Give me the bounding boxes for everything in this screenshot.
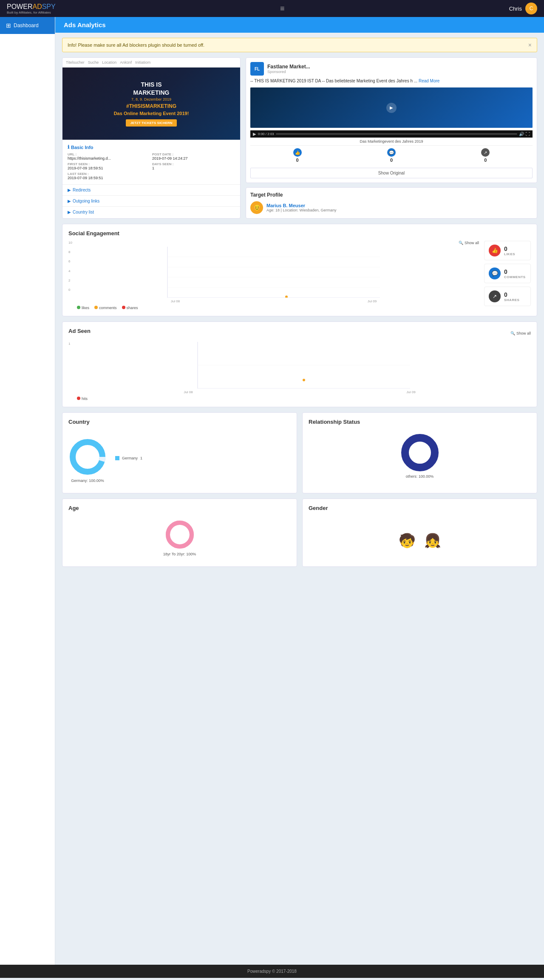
- fb-description: -- THIS IS MARKETING 2019 IST DA -- Das …: [250, 78, 533, 84]
- layout: ⊞ Dashboard Ads Analytics Info! Please m…: [0, 17, 544, 965]
- comments-stat-info: 0 COMMENTS: [504, 268, 526, 279]
- outgoing-links-row[interactable]: ▶ Outgoing links: [62, 195, 240, 206]
- svg-point-15: [168, 523, 192, 546]
- arrow-icon: ▶: [68, 210, 71, 214]
- likes-stat-card: 👍 0 LIKES: [484, 241, 531, 260]
- show-original-button[interactable]: Show Original: [250, 168, 533, 178]
- fullscreen-icon[interactable]: ⛶: [526, 132, 530, 136]
- age-label: 18yr To 20yr: 100%: [163, 552, 196, 556]
- shares-count: 0: [484, 158, 487, 163]
- tab-suche[interactable]: Suche: [88, 60, 99, 65]
- ad-seen-chart-wrapper: 1: [68, 342, 531, 389]
- chart-body: [68, 247, 479, 298]
- country-donut-svg: [68, 438, 107, 476]
- legend-shares: shares: [122, 306, 138, 310]
- fb-header: FL Fastlane Market... Sponsored: [250, 62, 533, 76]
- ad-image-bg: THIS IS MARKETING 7, 8, 9. Dezember 2019…: [62, 68, 240, 140]
- content: Titelsucher Suche Location Ankünf Initia…: [55, 57, 544, 579]
- show-all-icon: 🔍: [459, 241, 463, 245]
- comments-stat-label: COMMENTS: [504, 275, 526, 279]
- ad-cta-button[interactable]: JETZT TICKETS SICHERN: [126, 119, 176, 127]
- header: POWERADSPY Built by Affiliates, for Affi…: [0, 0, 544, 17]
- last-seen-field: LAST SEEN : 2019-07-09 18:59:51: [68, 172, 150, 180]
- relationship-donut-svg: [401, 434, 439, 472]
- ad-seen-show-all[interactable]: 🔍 Show all: [510, 331, 531, 335]
- ad-seen-svg: [77, 342, 531, 389]
- video-progress-bar[interactable]: [276, 133, 517, 135]
- age-title: Age: [68, 505, 291, 511]
- sidebar-item-label: Dashboard: [14, 23, 39, 28]
- gender-card: Gender 🧒 👧: [302, 498, 537, 567]
- target-name: Marius B. Meuser: [266, 203, 336, 208]
- tab-titelsucher[interactable]: Titelsucher: [66, 60, 85, 65]
- ad-seen-title: Ad Seen: [68, 328, 91, 334]
- ad-seen-y-labels: 1: [68, 342, 77, 389]
- country-donut-label: Germany: 100.00%: [71, 479, 104, 483]
- show-all-button[interactable]: 🔍 Show all: [459, 241, 479, 245]
- logo-ad: AD: [32, 3, 42, 10]
- url-field: URL : https://thisismarketing.d...: [68, 152, 150, 161]
- relationship-donut-label: others: 100.00%: [406, 474, 434, 479]
- engagement-stats: 👍 0 LIKES 💬 0 COMMENTS: [484, 241, 531, 310]
- info-grid: URL : https://thisismarketing.d... POST …: [68, 152, 235, 180]
- alert-close-button[interactable]: ×: [528, 42, 532, 48]
- age-card: Age 18yr To 20yr: 100%: [62, 498, 297, 567]
- top-panel: Titelsucher Suche Location Ankünf Initia…: [62, 57, 537, 219]
- gender-avatar-male: 🧒: [399, 532, 416, 549]
- redirects-row[interactable]: ▶ Redirects: [62, 184, 240, 195]
- ad-seen-legend: hits: [77, 397, 531, 401]
- video-time: 0:00 / 2:03: [258, 132, 274, 136]
- play-icon[interactable]: ▶: [253, 132, 256, 136]
- svg-point-13: [405, 438, 435, 467]
- dashboard-icon: ⊞: [6, 22, 11, 29]
- ad-date: 7, 8, 9. Dezember 2019: [131, 97, 171, 101]
- ad-seen-header: Ad Seen 🔍 Show all: [68, 328, 531, 338]
- like-icon: 👍: [293, 148, 302, 157]
- shares-stat-count: 0: [504, 291, 519, 298]
- right-panel: FL Fastlane Market... Sponsored -- THIS …: [246, 57, 537, 219]
- tab-ankunf[interactable]: Ankünf: [120, 60, 132, 65]
- target-details: Age: 18 | Location: Wiesbaden, Germany: [266, 208, 336, 212]
- country-list-row[interactable]: ▶ Country list: [62, 206, 240, 217]
- country-relationship-row: Country Germany: 100.00%: [62, 412, 537, 493]
- shares-reaction: ↗ 0: [481, 148, 490, 163]
- read-more-link[interactable]: Read More: [419, 79, 439, 83]
- age-gender-row: Age 18yr To 20yr: 100% Gender 🧒 👧: [62, 498, 537, 567]
- tab-initiatiom[interactable]: Initiatiom: [135, 60, 150, 65]
- likes-stat-info: 0 LIKES: [504, 245, 515, 256]
- country-card: Country Germany: 100.00%: [62, 412, 297, 493]
- sidebar: ⊞ Dashboard: [0, 17, 55, 965]
- fb-avatar: FL: [250, 62, 264, 76]
- target-user: 😊 Marius B. Meuser Age: 18 | Location: W…: [250, 201, 533, 214]
- fb-sponsored: Sponsored: [267, 70, 310, 74]
- volume-icon[interactable]: 🔊: [519, 132, 524, 136]
- arrow-icon: ▶: [68, 188, 71, 192]
- play-button[interactable]: ▶: [386, 103, 397, 113]
- info-icon: ℹ: [68, 144, 69, 150]
- social-engagement-card: Social Engagement 🔍 Show all 1086420: [62, 224, 537, 316]
- logo-sub: Built by Affiliates, for Affiliates: [7, 11, 56, 14]
- country-title: Country: [68, 419, 291, 425]
- target-avatar: 😊: [250, 201, 263, 214]
- header-right: Chris C: [509, 3, 537, 14]
- target-user-info: Marius B. Meuser Age: 18 | Location: Wie…: [266, 203, 336, 212]
- ad-seen-x-labels: Jul 08 Jul 09: [77, 389, 522, 394]
- arrow-icon: ▶: [68, 199, 71, 203]
- target-profile-title: Target Profile: [250, 192, 533, 198]
- hamburger-menu[interactable]: ≡: [280, 4, 285, 13]
- ad-image: THIS IS MARKETING 7, 8, 9. Dezember 2019…: [62, 68, 240, 140]
- video-thumbnail: ▶: [250, 87, 533, 128]
- alert-bar: Info! Please make sure all Ad blockers p…: [62, 38, 537, 52]
- country-legend-item: Germany 1: [115, 456, 142, 460]
- legend-hits: hits: [77, 397, 88, 401]
- gender-title: Gender: [309, 505, 531, 511]
- page-title: Ads Analytics: [55, 17, 544, 33]
- footer: Poweradspy © 2017-2018: [0, 965, 544, 978]
- ad-seen-chart-body: [77, 342, 531, 389]
- tab-location[interactable]: Location: [102, 60, 116, 65]
- svg-point-6: [285, 296, 288, 298]
- video-label: Das Marketingevent des Jahres 2019: [250, 139, 533, 144]
- engagement-chart-svg: [68, 247, 479, 298]
- gender-avatars: 🧒 👧: [309, 515, 531, 549]
- sidebar-item-dashboard[interactable]: ⊞ Dashboard: [0, 17, 55, 34]
